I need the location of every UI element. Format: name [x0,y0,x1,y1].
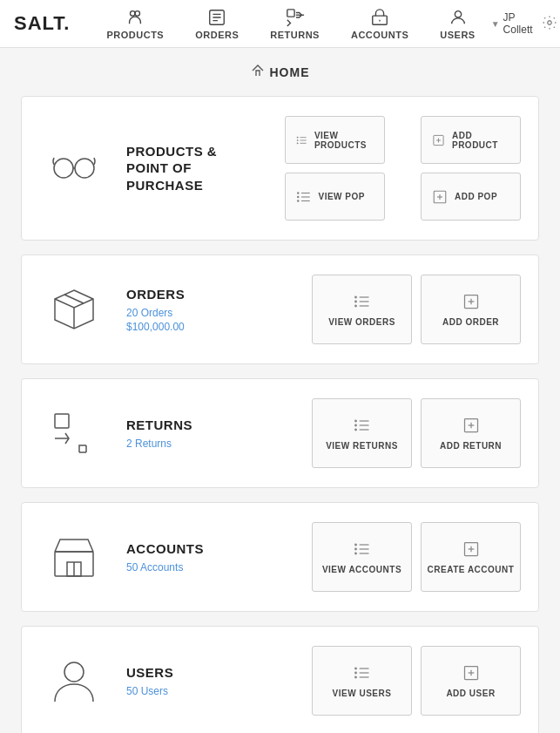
nav-products[interactable]: PRODUCTS [91,3,179,45]
view-returns-label: VIEW RETURNS [326,441,398,451]
products-card-actions: VIEW PRODUCTS ADD PRODUCT VIEW POP ADD P… [257,116,521,221]
header: SALT. PRODUCTS ORDERS RETURNS [0,0,560,48]
view-products-label: VIEW PRODUCTS [314,131,374,150]
add-pop-button[interactable]: ADD POP [421,173,521,221]
create-account-button[interactable]: CREATE ACCOUNT [421,522,521,592]
svg-point-23 [297,196,299,198]
view-accounts-button[interactable]: VIEW ACCOUNTS [312,522,412,592]
nav-accounts[interactable]: ACCOUNTS [335,3,424,45]
orders-amount: $100,000.00 [126,321,240,333]
svg-point-6 [455,10,461,17]
add-return-label: ADD RETURN [440,441,502,451]
svg-point-7 [547,20,551,24]
products-icon [125,8,145,27]
view-accounts-label: VIEW ACCOUNTS [322,565,401,574]
svg-point-61 [354,548,356,550]
view-orders-button[interactable]: VIEW ORDERS [312,275,412,344]
home-icon [251,64,265,80]
accounts-card: ACCOUNTS 50 Accounts VIEW ACCOUNTS CREAT… [21,502,539,612]
returns-card: RETURNS 2 Returns VIEW RETURNS ADD RETUR… [21,378,539,488]
svg-point-35 [354,301,356,302]
returns-card-actions: VIEW RETURNS ADD RETURN [257,398,521,468]
users-count[interactable]: 50 Users [126,685,240,697]
users-card-actions: VIEW USERS ADD USER [257,646,521,716]
returns-card-icon [39,407,109,459]
svg-point-8 [54,159,73,178]
svg-rect-3 [287,9,293,16]
svg-point-36 [354,305,356,307]
svg-point-14 [297,139,298,140]
settings-button[interactable] [542,15,557,33]
view-users-button[interactable]: VIEW USERS [312,646,412,716]
accounts-card-icon [39,531,109,583]
breadcrumb: HOME [0,48,560,89]
svg-point-22 [297,192,299,193]
accounts-card-title: ACCOUNTS [126,540,240,558]
svg-point-1 [135,10,140,16]
nav-orders[interactable]: ORDERS [179,3,254,45]
users-card-info: USERS 50 Users [126,664,240,697]
svg-point-48 [354,424,356,426]
accounts-card-info: ACCOUNTS 50 Accounts [126,540,240,574]
add-product-label: ADD PRODUCT [452,131,509,150]
header-right: ▼ JP Collett [491,11,557,36]
svg-point-47 [354,420,356,422]
view-pop-label: VIEW POP [319,192,365,201]
svg-point-60 [354,544,356,546]
nav-accounts-label: ACCOUNTS [351,30,408,40]
svg-rect-40 [55,414,69,428]
add-return-button[interactable]: ADD RETURN [421,398,521,468]
svg-point-62 [354,553,356,554]
svg-point-13 [297,137,298,138]
add-order-label: ADD ORDER [442,317,499,327]
username: JP Collett [503,11,533,36]
orders-count[interactable]: 20 Orders [126,307,240,319]
products-card-title: PRODUCTS & POINT OF PURCHASE [126,143,240,194]
nav-orders-label: ORDERS [195,30,239,40]
orders-card-icon [39,283,109,336]
orders-card-actions: VIEW ORDERS ADD ORDER [257,275,521,344]
add-pop-label: ADD POP [455,192,497,201]
view-returns-button[interactable]: VIEW RETURNS [312,398,412,468]
accounts-count[interactable]: 50 Accounts [126,561,240,574]
users-card: USERS 50 Users VIEW USERS ADD USER [21,626,539,733]
users-card-title: USERS [126,664,240,682]
svg-point-0 [131,10,136,16]
orders-card-info: ORDERS 20 Orders $100,000.00 [126,286,240,333]
returns-icon [286,8,305,27]
orders-icon [207,8,226,27]
products-card: PRODUCTS & POINT OF PURCHASE VIEW PRODUC… [21,96,539,241]
view-orders-label: VIEW ORDERS [328,317,395,327]
add-product-button[interactable]: ADD PRODUCT [421,116,521,164]
user-menu[interactable]: ▼ JP Collett [491,11,533,36]
nav-products-label: PRODUCTS [106,30,164,40]
users-icon [449,8,468,27]
view-pop-button[interactable]: VIEW POP [285,173,385,221]
returns-count[interactable]: 2 Returns [126,438,240,450]
returns-card-info: RETURNS 2 Returns [126,417,240,450]
add-user-button[interactable]: ADD USER [421,646,521,716]
svg-point-70 [354,668,356,669]
svg-point-49 [354,429,356,431]
svg-point-71 [354,672,356,674]
nav-returns-label: RETURNS [270,30,320,40]
nav-returns[interactable]: RETURNS [254,3,335,45]
breadcrumb-label: HOME [270,65,310,79]
add-user-label: ADD USER [446,689,495,698]
svg-point-72 [354,676,356,678]
accounts-icon [370,8,389,27]
svg-point-15 [297,142,298,143]
add-order-button[interactable]: ADD ORDER [421,275,521,344]
orders-card: ORDERS 20 Orders $100,000.00 VIEW ORDERS… [21,255,539,364]
main-content: PRODUCTS & POINT OF PURCHASE VIEW PRODUC… [0,89,560,733]
logo[interactable]: SALT. [14,12,70,35]
view-users-label: VIEW USERS [333,689,392,698]
nav-users-label: USERS [440,30,475,40]
nav-users[interactable]: USERS [424,3,490,45]
accounts-card-actions: VIEW ACCOUNTS CREATE ACCOUNT [257,522,521,592]
svg-point-34 [354,296,356,298]
svg-point-66 [64,662,84,682]
svg-point-9 [75,159,94,178]
svg-point-24 [297,200,299,201]
view-products-button[interactable]: VIEW PRODUCTS [285,116,385,164]
